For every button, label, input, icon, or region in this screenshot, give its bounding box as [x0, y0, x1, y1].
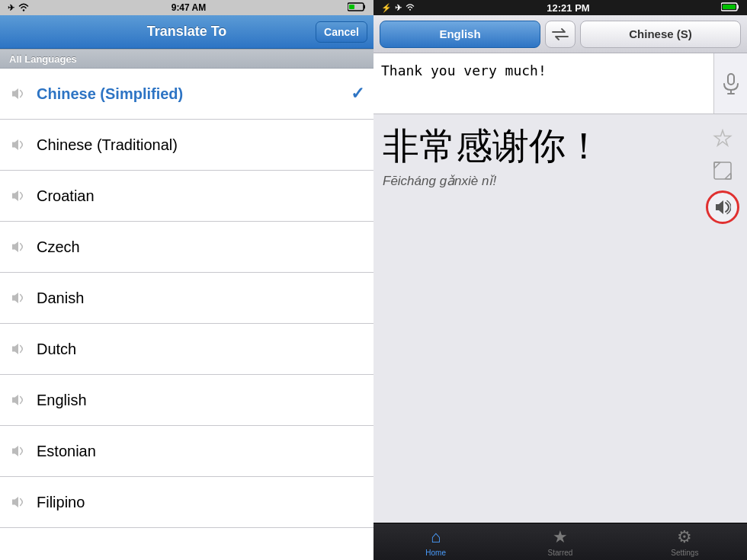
left-panel: ✈ 9:47 AM Translate To Ca: [0, 0, 374, 560]
lang-item[interactable]: Czech: [0, 222, 374, 273]
speaker-icon: [9, 187, 27, 205]
tab-bar: ⌂Home★Starred⚙Settings: [374, 523, 747, 560]
lang-switcher: English Chinese (S): [374, 15, 747, 53]
lang-name: English: [37, 392, 364, 409]
lang-item[interactable]: Chinese (Traditional): [0, 120, 374, 171]
speaker-icon: [9, 136, 27, 154]
battery-full-icon: [721, 2, 739, 13]
speaker-icon: [9, 493, 27, 511]
tab-item-settings[interactable]: ⚙Settings: [623, 523, 747, 560]
lang-item[interactable]: Danish: [0, 273, 374, 324]
translation-area: 非常感谢你！ Fēicháng gǎnxiè nǐ!: [374, 114, 747, 523]
svg-rect-7: [723, 5, 736, 9]
wifi-icon: [18, 2, 30, 13]
section-header: All Languages: [0, 49, 374, 69]
charging-icon: ⚡: [381, 3, 392, 13]
translated-large-text: 非常感谢你！: [383, 126, 738, 167]
section-header-text: All Languages: [9, 53, 77, 65]
lang-name: Dutch: [37, 341, 364, 358]
from-lang-button[interactable]: English: [380, 21, 540, 48]
lang-name: Croatian: [37, 187, 364, 205]
nav-bar: Translate To Cancel: [0, 15, 374, 49]
svg-rect-6: [737, 5, 739, 9]
lang-name: Estonian: [37, 443, 364, 460]
input-area: [374, 53, 747, 114]
swap-button[interactable]: [545, 21, 575, 48]
lang-name: Chinese (Simplified): [37, 85, 351, 103]
tab-item-starred[interactable]: ★Starred: [498, 523, 622, 560]
action-icons: [706, 126, 739, 224]
input-text-field[interactable]: [374, 53, 713, 114]
wifi-icon-right: [405, 3, 415, 12]
cancel-button[interactable]: Cancel: [316, 21, 367, 43]
speaker-icon: [9, 289, 27, 307]
speaker-icon: [9, 238, 27, 256]
to-lang-button[interactable]: Chinese (S): [580, 21, 741, 48]
lang-item[interactable]: Croatian: [0, 171, 374, 222]
star-button[interactable]: [710, 126, 735, 151]
tab-icon-home: ⌂: [431, 527, 441, 547]
translated-phonetic-text: Fēicháng gǎnxiè nǐ!: [383, 173, 738, 189]
tab-icon-settings: ⚙: [677, 527, 692, 547]
svg-rect-11: [714, 162, 731, 179]
left-status-icons: ✈: [8, 2, 30, 13]
left-battery: [348, 2, 366, 13]
svg-point-0: [23, 9, 24, 11]
right-time: 12:21 PM: [547, 2, 589, 14]
speaker-icon: [9, 340, 27, 358]
tab-label-starred: Starred: [548, 549, 573, 557]
expand-button[interactable]: [710, 158, 735, 183]
status-bar-right: ⚡ ✈ 12:21 PM: [374, 0, 747, 15]
nav-title: Translate To: [147, 24, 227, 40]
lang-name: Filipino: [37, 494, 364, 511]
lang-name: Czech: [37, 238, 364, 256]
lang-item[interactable]: Estonian: [0, 426, 374, 477]
svg-rect-3: [349, 5, 354, 9]
left-time: 9:47 AM: [172, 2, 207, 13]
airplane-icon: ✈: [8, 3, 14, 13]
checkmark-icon: ✓: [351, 84, 364, 104]
speak-button[interactable]: [706, 190, 739, 224]
mic-button[interactable]: [713, 53, 747, 114]
lang-item[interactable]: Filipino: [0, 477, 374, 528]
tab-label-home: Home: [425, 549, 446, 557]
right-status-left-icons: ⚡ ✈: [381, 3, 415, 13]
tab-icon-starred: ★: [553, 527, 568, 547]
tab-label-settings: Settings: [671, 549, 698, 557]
svg-rect-2: [364, 5, 365, 9]
speaker-icon: [9, 85, 27, 103]
svg-rect-8: [728, 74, 734, 85]
language-list: Chinese (Simplified)✓ Chinese (Tradition…: [0, 69, 374, 560]
lang-name: Chinese (Traditional): [37, 136, 364, 154]
speaker-icon: [9, 391, 27, 409]
lang-item[interactable]: English: [0, 375, 374, 426]
tab-item-home[interactable]: ⌂Home: [374, 523, 498, 560]
right-battery: [721, 2, 739, 13]
status-bar-left: ✈ 9:47 AM: [0, 0, 374, 15]
battery-icon: [348, 2, 366, 13]
lang-name: Danish: [37, 290, 364, 307]
lang-item[interactable]: Dutch: [0, 324, 374, 375]
right-panel: ⚡ ✈ 12:21 PM English: [374, 0, 747, 560]
airplane-icon-right: ✈: [395, 3, 402, 13]
speaker-icon: [9, 442, 27, 460]
svg-point-4: [409, 9, 411, 11]
lang-item[interactable]: Chinese (Simplified)✓: [0, 69, 374, 120]
